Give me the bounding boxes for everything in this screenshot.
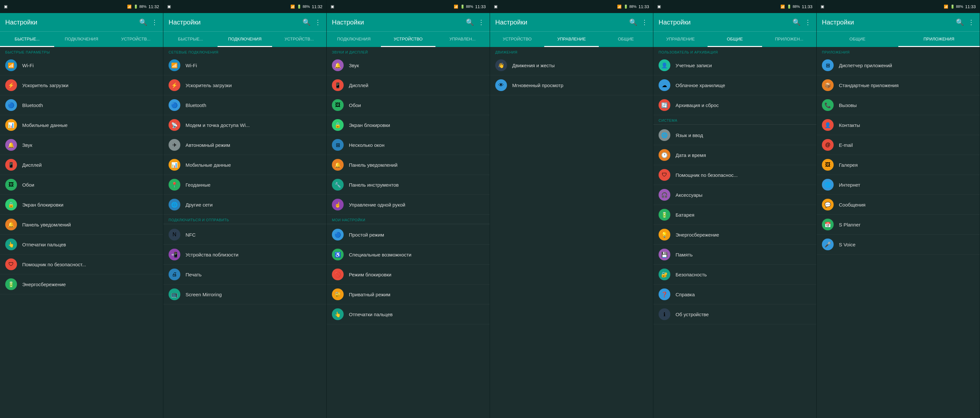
settings-item[interactable]: ❓Справка: [653, 285, 816, 304]
search-icon[interactable]: 🔍: [466, 18, 474, 26]
settings-item[interactable]: 🔒Экран блокировки: [0, 195, 163, 215]
tab-2[interactable]: Устройств...: [109, 32, 163, 47]
tab-2[interactable]: Устройств...: [272, 32, 326, 47]
settings-item[interactable]: 👁Мгновенный просмотр: [490, 75, 653, 95]
settings-item[interactable]: 📶Wi-Fi: [0, 55, 163, 75]
settings-item[interactable]: 🎤S Voice: [817, 234, 980, 255]
settings-item[interactable]: 👤Контакты: [817, 115, 980, 135]
settings-item[interactable]: 🔵Простой режим: [327, 225, 490, 245]
settings-item[interactable]: ℹОб устройстве: [653, 304, 816, 325]
tab-0[interactable]: Управление: [653, 32, 708, 47]
settings-item[interactable]: 🔄Архивация и сброс: [653, 95, 816, 115]
item-label: Мобильные данные: [22, 122, 68, 128]
more-icon[interactable]: ⋮: [641, 18, 648, 26]
more-icon[interactable]: ⋮: [968, 18, 974, 26]
search-icon[interactable]: 🔍: [792, 18, 801, 26]
settings-item[interactable]: 🔔Панель уведомлений: [327, 155, 490, 175]
wifi-icon: 📶: [5, 59, 17, 71]
settings-item[interactable]: 📱Дисплей: [327, 75, 490, 95]
time-display: 11:33: [638, 4, 649, 9]
tab-1[interactable]: Приложения: [898, 32, 980, 47]
settings-item[interactable]: 🔐Приватный режим: [327, 285, 490, 304]
tab-0[interactable]: Устройство: [490, 32, 544, 47]
settings-item[interactable]: 🔋Батарея: [653, 205, 816, 225]
search-icon[interactable]: 🔍: [956, 18, 964, 26]
search-icon[interactable]: 🔍: [302, 18, 311, 26]
settings-item[interactable]: 🕐Дата и время: [653, 145, 816, 165]
settings-item[interactable]: 🌐Интернет: [817, 175, 980, 195]
tab-0[interactable]: Общие: [817, 32, 898, 47]
tab-1[interactable]: Устройство: [381, 32, 435, 47]
settings-item[interactable]: 📞Вызовы: [817, 95, 980, 115]
search-icon[interactable]: 🔍: [629, 18, 637, 26]
settings-item[interactable]: 📺Screen Mirroring: [163, 285, 326, 304]
tab-1[interactable]: Подключения: [54, 32, 108, 47]
settings-item[interactable]: 📡Модем и точка доступа Wi...: [163, 115, 326, 135]
tab-1[interactable]: Управление: [544, 32, 598, 47]
settings-item[interactable]: 👆Отпечатки пальцев: [327, 304, 490, 325]
settings-item[interactable]: ⊞Диспетчер приложений: [817, 55, 980, 75]
samsung-icon: ▣: [494, 4, 498, 9]
settings-item[interactable]: 📲Устройства поблизости: [163, 245, 326, 264]
samsung-icon: ▣: [4, 4, 8, 9]
settings-item[interactable]: 👆Отпечатки пальцев: [0, 234, 163, 255]
settings-item[interactable]: 🔒Экран блокировки: [327, 115, 490, 135]
tab-1[interactable]: Подключения: [218, 32, 272, 47]
more-icon[interactable]: ⋮: [805, 18, 811, 26]
tab-0[interactable]: Быстрые...: [163, 32, 218, 47]
settings-item[interactable]: 🔐Безопасность: [653, 264, 816, 285]
settings-item[interactable]: 📍Геоданные: [163, 175, 326, 195]
more-icon[interactable]: ⋮: [151, 18, 158, 26]
more-icon[interactable]: ⋮: [315, 18, 321, 26]
settings-item[interactable]: 💾Память: [653, 245, 816, 264]
settings-item[interactable]: 🖨Печать: [163, 264, 326, 285]
settings-item[interactable]: 📊Мобильные данные: [0, 115, 163, 135]
settings-item[interactable]: ♿Специальные возможности: [327, 245, 490, 264]
item-label: Обои: [22, 182, 34, 188]
time-display: 11:33: [475, 4, 486, 9]
settings-item[interactable]: 🔵Bluetooth: [0, 95, 163, 115]
settings-item[interactable]: ⚡Ускоритель загрузки: [0, 75, 163, 95]
settings-item[interactable]: NNFC: [163, 225, 326, 245]
app-bar: Настройки 🔍 ⋮: [0, 13, 163, 31]
more-icon[interactable]: ⋮: [478, 18, 484, 26]
settings-item[interactable]: 🛡Помощник по безопаснос...: [653, 165, 816, 185]
settings-item[interactable]: 👤Учетные записи: [653, 55, 816, 75]
settings-item[interactable]: 🖼Обои: [0, 175, 163, 195]
settings-item[interactable]: 📊Мобильные данные: [163, 155, 326, 175]
tab-2[interactable]: Приложен...: [762, 32, 816, 47]
settings-item[interactable]: ☝Управление одной рукой: [327, 195, 490, 215]
tab-1[interactable]: Общие: [708, 32, 762, 47]
settings-item[interactable]: 💬Сообщения: [817, 195, 980, 215]
settings-item[interactable]: ✈Автономный режим: [163, 135, 326, 155]
settings-item[interactable]: 🌐Язык и ввод: [653, 125, 816, 145]
settings-item[interactable]: 🖼Обои: [327, 95, 490, 115]
settings-item[interactable]: 🔔Звук: [0, 135, 163, 155]
settings-item[interactable]: 💡Энергосбережение: [653, 225, 816, 245]
settings-item[interactable]: ⊞Несколько окон: [327, 135, 490, 155]
settings-item[interactable]: 🔧Панель инструментов: [327, 175, 490, 195]
settings-item[interactable]: 📅S Planner: [817, 215, 980, 234]
settings-item[interactable]: 🌐Другие сети: [163, 195, 326, 215]
tab-2[interactable]: Управлен...: [436, 32, 490, 47]
tab-0[interactable]: Подключения: [327, 32, 381, 47]
tab-2[interactable]: Общие: [599, 32, 653, 47]
search-icon[interactable]: 🔍: [139, 18, 147, 26]
settings-item[interactable]: ☁Облачное хранилище: [653, 75, 816, 95]
settings-item[interactable]: 🚫Режим блокировки: [327, 264, 490, 285]
settings-item[interactable]: @E-mail: [817, 135, 980, 155]
settings-item[interactable]: 🛡Помощник по безопасност...: [0, 255, 163, 274]
item-label: Звук: [22, 142, 32, 148]
settings-item[interactable]: 🎧Аксессуары: [653, 185, 816, 205]
settings-item[interactable]: 📱Дисплей: [0, 155, 163, 175]
settings-item[interactable]: 🔋Энергосбережение: [0, 274, 163, 294]
tab-0[interactable]: Быстрые...: [0, 32, 54, 47]
settings-item[interactable]: 📦Стандартные приложения: [817, 75, 980, 95]
settings-item[interactable]: 🔔Панель уведомлений: [0, 215, 163, 234]
settings-item[interactable]: 👋Движения и жесты: [490, 55, 653, 75]
settings-item[interactable]: 🔔Звук: [327, 55, 490, 75]
settings-item[interactable]: 📶Wi-Fi: [163, 55, 326, 75]
settings-item[interactable]: 🔵Bluetooth: [163, 95, 326, 115]
settings-item[interactable]: 🖼Галерея: [817, 155, 980, 175]
settings-item[interactable]: ⚡Ускоритель загрузки: [163, 75, 326, 95]
